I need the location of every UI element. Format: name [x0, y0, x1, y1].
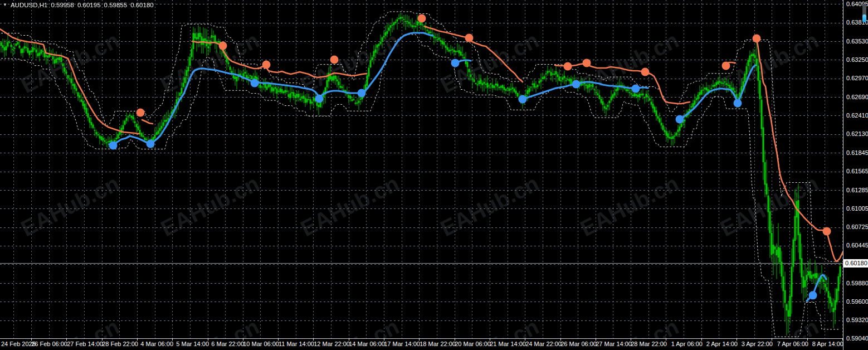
- time-axis-label: 3 Apr 22:00: [742, 341, 773, 347]
- chart-title: ▼ AUDUSD,H1 0.59958 0.60195 0.59855 0.60…: [3, 2, 154, 8]
- time-axis-label: 26 Feb 06:00: [31, 341, 67, 347]
- time-axis-label: 20 Mar 06:00: [455, 341, 491, 347]
- collapse-arrow-icon[interactable]: ▼: [3, 2, 7, 8]
- price-axis-label: 0.61005: [846, 205, 868, 212]
- time-axis-label: 28 Feb 22:00: [102, 341, 138, 347]
- price-axis-label: 0.62970: [846, 75, 868, 82]
- time-axis-label: 17 Mar 14:00: [384, 341, 420, 347]
- time-axis-label: 28 Mar 22:00: [631, 341, 667, 347]
- low-value: 0.59855: [104, 2, 128, 8]
- time-axis-label: 4 Mar 06:00: [140, 341, 173, 347]
- time-axis-label: 8 Apr 14:00: [812, 341, 843, 347]
- price-axis-label: 0.60725: [846, 223, 868, 231]
- time-axis-label: 12 Mar 22:00: [314, 341, 350, 347]
- open-value: 0.59958: [51, 2, 74, 8]
- current-price-tag: 0.60180: [843, 259, 868, 268]
- time-axis-label: 24 Mar 22:00: [525, 341, 562, 347]
- close-value: 0.60180: [130, 2, 154, 8]
- price-axis-border: [843, 0, 843, 350]
- price-axis-label: 0.61845: [846, 149, 868, 157]
- price-axis-label: 0.63530: [846, 38, 868, 45]
- price-axis-label: 0.62410: [846, 112, 868, 119]
- time-axis-label: 1 Apr 06:00: [671, 341, 703, 347]
- time-axis-label: 7 Apr 06:00: [777, 341, 808, 347]
- price-axis-label: 0.62130: [846, 130, 868, 138]
- time-axis-label: 27 Feb 14:00: [67, 341, 103, 347]
- scrollbar[interactable]: [862, 4, 866, 23]
- price-axis-label: 0.63250: [846, 56, 868, 64]
- time-axis-label: 10 Mar 06:00: [243, 341, 279, 347]
- price-axis-label: 0.62690: [846, 94, 868, 101]
- time-axis-label: 24 Feb 2025: [1, 341, 36, 347]
- time-axis-label: 6 Mar 22:00: [211, 341, 244, 347]
- chart-window: ▼ AUDUSD,H1 0.59958 0.60195 0.59855 0.60…: [0, 0, 868, 350]
- time-axis-border: [0, 338, 843, 339]
- price-axis-label: 0.59880: [846, 280, 868, 287]
- time-axis-label: 21 Mar 14:00: [490, 341, 526, 347]
- price-axis-label: 0.60445: [846, 242, 868, 249]
- time-axis-label: 5 Mar 14:00: [176, 341, 209, 347]
- price-axis-label: 0.59320: [846, 317, 868, 324]
- time-axis-label: 14 Mar 06:00: [349, 341, 385, 347]
- price-axis-label: 0.61285: [846, 187, 868, 194]
- price-chart-canvas[interactable]: [0, 0, 843, 338]
- price-axis-label: 0.59040: [846, 335, 868, 342]
- time-axis-label: 26 Mar 06:00: [560, 341, 597, 347]
- time-axis-label: 2 Apr 14:00: [706, 341, 738, 347]
- time-axis-label: 27 Mar 14:00: [596, 341, 632, 347]
- high-value: 0.60195: [77, 2, 101, 8]
- price-axis-label: 0.59600: [846, 298, 868, 305]
- symbol-period-label: AUDUSD,H1: [11, 2, 47, 8]
- scrollbar-thumb[interactable]: [862, 14, 866, 22]
- time-axis-label: 11 Mar 14:00: [279, 341, 314, 347]
- time-axis-label: 18 Mar 22:00: [420, 341, 456, 347]
- price-axis-label: 0.61565: [846, 168, 868, 175]
